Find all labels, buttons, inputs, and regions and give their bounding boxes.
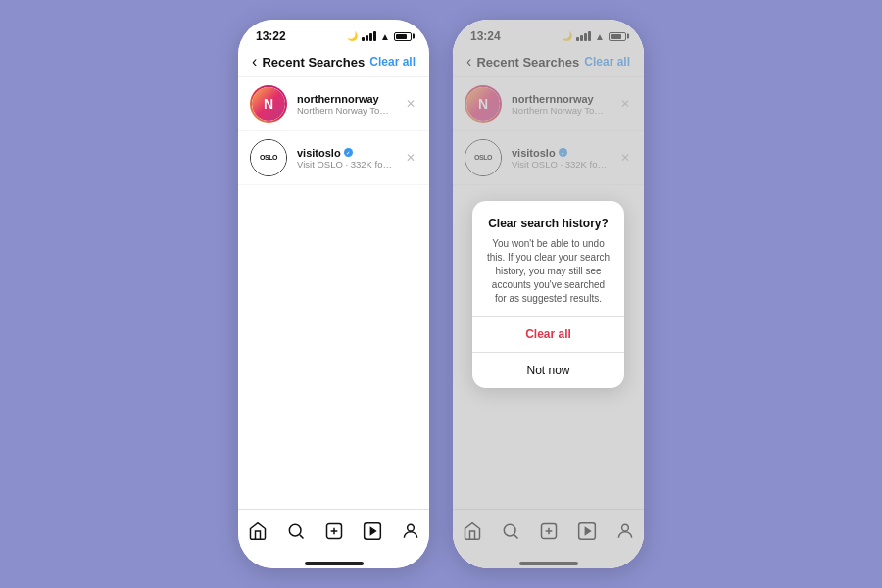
modal-actions: Clear all Not now [472,316,624,388]
modal-not-now-button[interactable]: Not now [472,352,624,388]
item-sub-nn-left: Northern Norway Tourist Board · Followed… [297,105,394,116]
item-info-nn-left: northernnorway Northern Norway Tourist B… [297,93,394,116]
nav-plus-left[interactable] [320,517,348,545]
item-name-nn-left: northernnorway [297,93,394,105]
wifi-icon-left: ▲ [380,31,390,42]
header-title-left: Recent Searches [262,55,365,70]
search-item-nn-left[interactable]: N northernnorway Northern Norway Tourist… [238,77,429,131]
modal-description: You won't be able to undo this. If you c… [486,237,611,306]
search-item-oslo-left[interactable]: OSLO visitoslo Visit OSLO · 332K followe… [238,131,429,185]
moon-icon-left: 🌙 [347,31,358,41]
search-list-left: N northernnorway Northern Norway Tourist… [238,77,429,509]
app-header-left: ‹ Recent Searches Clear all [238,47,429,77]
avatar-nn-letter-left: N [264,96,273,112]
close-oslo-left[interactable]: ✕ [404,149,417,167]
status-icons-left: 🌙 ▲ [347,31,412,42]
home-indicator-left [238,559,429,568]
modal-title: Clear search history? [486,217,611,230]
svg-point-0 [289,524,301,536]
clear-all-button-left[interactable]: Clear all [369,55,416,69]
modal-dialog: Clear search history? You won't be able … [472,201,624,388]
right-phone: 13:24 🌙 ▲ ‹ Recent Searches Clear all N [453,20,644,568]
status-bar-left: 13:22 🌙 ▲ [238,20,429,47]
nav-search-left[interactable] [282,517,310,545]
nav-home-left[interactable] [244,517,271,545]
item-sub-oslo-left: Visit OSLO · 332K followers [297,159,394,170]
item-name-oslo-left: visitoslo [297,147,394,159]
bottom-nav-left [238,509,429,559]
verified-badge-oslo-left [344,148,353,157]
oslo-logo-left: OSLO [260,154,277,162]
nav-reels-left[interactable] [359,517,386,545]
svg-marker-6 [370,528,375,535]
back-button-left[interactable]: ‹ [252,53,257,71]
close-nn-left[interactable]: ✕ [404,95,417,113]
modal-clear-all-button[interactable]: Clear all [472,317,624,352]
left-phone: 13:22 🌙 ▲ ‹ Recent Searches Clear all [238,20,429,568]
nav-profile-left[interactable] [397,517,424,545]
svg-point-7 [407,524,414,531]
svg-line-1 [299,535,303,539]
battery-icon-left [394,32,412,41]
item-info-oslo-left: visitoslo Visit OSLO · 332K followers [297,147,394,170]
time-left: 13:22 [256,29,286,43]
avatar-nn-left: N [250,85,287,122]
avatar-oslo-left: OSLO [250,139,287,176]
signal-icon-left [362,31,376,41]
modal-body: Clear search history? You won't be able … [472,201,624,316]
modal-overlay: Clear search history? You won't be able … [453,20,644,568]
